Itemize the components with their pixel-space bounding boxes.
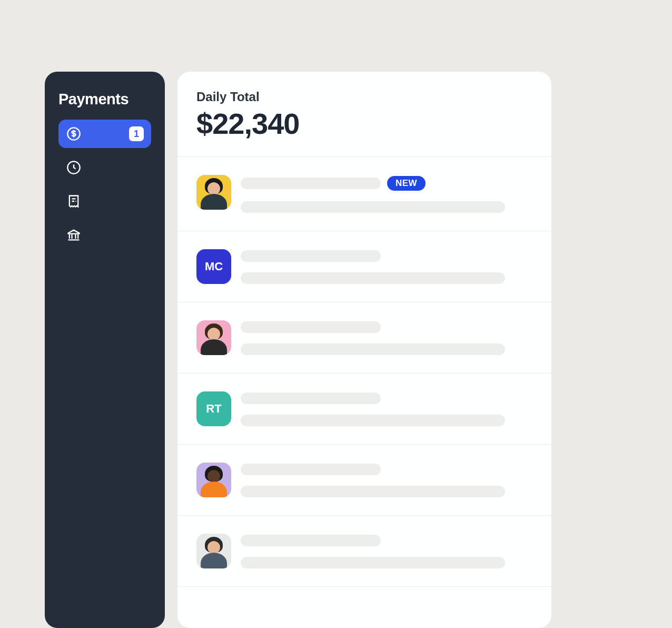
skeleton-line (241, 464, 381, 475)
avatar (196, 320, 231, 355)
skeleton-line (241, 557, 505, 568)
bank-icon (66, 227, 82, 243)
skeleton-line (241, 392, 381, 404)
list-item-content (241, 320, 532, 355)
list-item[interactable] (177, 302, 551, 374)
nav-item-bank[interactable] (58, 221, 151, 249)
skeleton-line (241, 344, 505, 355)
avatar: RT (196, 391, 231, 426)
clock-icon (66, 160, 82, 175)
header: Daily Total $22,340 (177, 72, 551, 157)
list-item-content: NEW (241, 175, 532, 213)
avatar: MC (196, 249, 231, 284)
nav-item-history[interactable] (58, 153, 151, 182)
list-item-content (241, 249, 532, 284)
avatar (196, 534, 231, 568)
dollar-circle-icon (66, 126, 82, 142)
list-item[interactable]: MC (177, 231, 551, 302)
main-panel: Daily Total $22,340 NEWMCRT (177, 72, 551, 628)
list-item[interactable]: RT (177, 374, 551, 445)
nav-item-payments[interactable]: 1 (58, 120, 151, 148)
skeleton-line (241, 201, 505, 213)
list-item-content (241, 391, 532, 426)
skeleton-line (241, 178, 381, 189)
nav-badge: 1 (129, 126, 144, 141)
sidebar-title: Payments (58, 91, 151, 108)
avatar (196, 463, 231, 497)
new-badge: NEW (387, 176, 426, 191)
list-item-content (241, 463, 532, 497)
skeleton-line (241, 321, 381, 333)
nav-item-receipts[interactable] (58, 187, 151, 215)
list-item[interactable] (177, 516, 551, 587)
avatar (196, 175, 231, 210)
sidebar: Payments 1 (45, 72, 165, 628)
list-item-content (241, 534, 532, 568)
skeleton-line (241, 486, 505, 497)
daily-total-label: Daily Total (196, 90, 532, 104)
list-item[interactable]: NEW (177, 157, 551, 231)
skeleton-line (241, 415, 505, 426)
transaction-list: NEWMCRT (177, 157, 551, 587)
skeleton-line (241, 250, 381, 262)
skeleton-line (241, 272, 505, 284)
daily-total-value: $22,340 (196, 106, 532, 141)
skeleton-line (241, 535, 381, 546)
list-item[interactable] (177, 445, 551, 516)
receipt-icon (66, 193, 82, 209)
